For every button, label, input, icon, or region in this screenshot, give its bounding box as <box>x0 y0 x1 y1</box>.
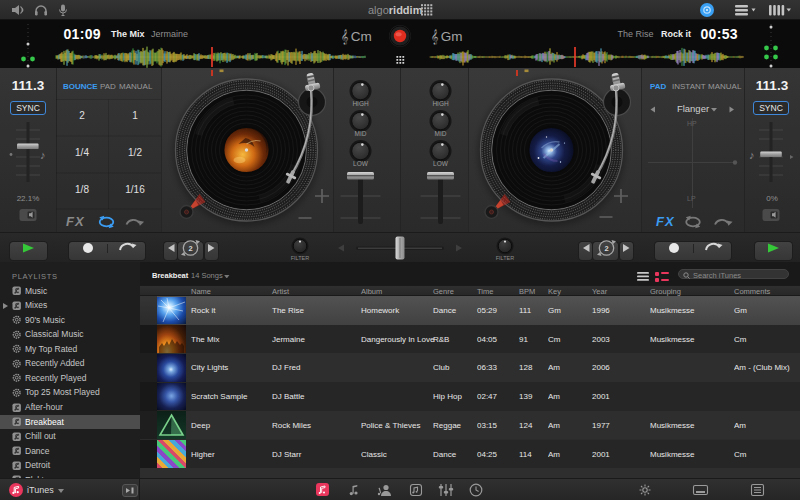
svg-text:LP: LP <box>687 195 696 202</box>
svg-text:FILTER: FILTER <box>496 255 515 261</box>
svg-text:LOW: LOW <box>433 160 449 167</box>
svg-text:♪: ♪ <box>40 149 46 161</box>
svg-text:LOW: LOW <box>353 160 369 167</box>
svg-text:2: 2 <box>604 244 608 253</box>
svg-text:2: 2 <box>188 244 192 253</box>
svg-text:HP: HP <box>687 120 697 127</box>
svg-text:MID: MID <box>355 130 367 137</box>
svg-text:algoriddim: algoriddim <box>368 4 423 16</box>
svg-text:HIGH: HIGH <box>432 100 449 107</box>
svg-text:♪: ♪ <box>749 149 755 161</box>
svg-text:FILTER: FILTER <box>291 255 310 261</box>
svg-text:HIGH: HIGH <box>352 100 369 107</box>
svg-text:MID: MID <box>435 130 447 137</box>
